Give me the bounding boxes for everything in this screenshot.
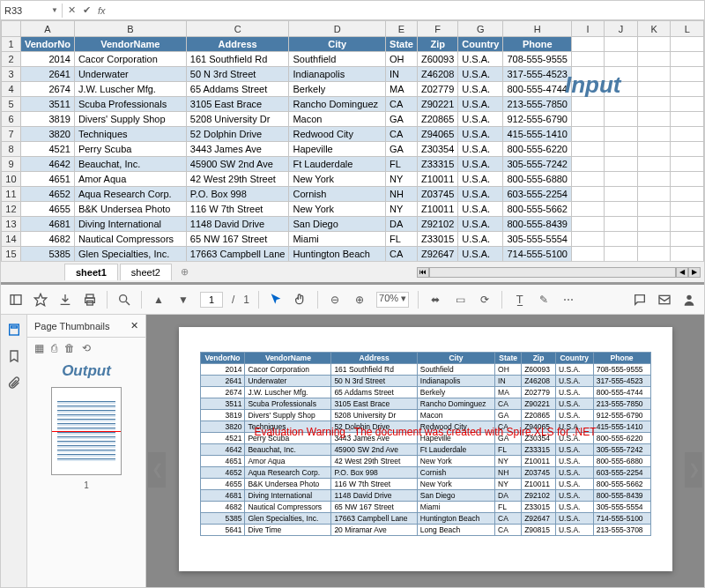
pdf-toolbar: ▲ ▼ / 1 ⊖ ⊕ 70% ▾ ⬌ ▭ ⟳ T̲ ✎ ⋯ <box>1 285 704 315</box>
thumb-delete-icon[interactable]: 🗑 <box>64 342 75 354</box>
attachment-icon[interactable] <box>6 375 22 391</box>
next-page-arrow[interactable]: ❯ <box>685 452 702 488</box>
spreadsheet-pane: R33 ▼ ✕ ✔ fx ABCDEFGHIJKL1VendorNoVendor… <box>1 1 704 285</box>
scroll-first-icon[interactable]: ⏮ <box>417 267 429 278</box>
fx-icon[interactable]: fx <box>98 5 106 16</box>
thumbnails-icon[interactable] <box>6 322 22 338</box>
tab-sheet2[interactable]: sheet2 <box>120 264 172 280</box>
tab-sheet1[interactable]: sheet1 <box>64 264 118 280</box>
rotate-icon[interactable]: ⟳ <box>477 292 493 308</box>
pdf-viewer-pane: ▲ ▼ / 1 ⊖ ⊕ 70% ▾ ⬌ ▭ ⟳ T̲ ✎ ⋯ Page Thum <box>1 285 704 588</box>
formula-bar: R33 ▼ ✕ ✔ fx <box>1 1 704 20</box>
bookmark-icon[interactable] <box>6 348 22 364</box>
scroll-left-icon[interactable]: ◀ <box>676 267 688 278</box>
thumb-print-icon[interactable]: ⎙ <box>51 342 57 354</box>
h-scrollbar[interactable]: ⏮ ◀ ▶ <box>196 267 704 278</box>
add-sheet-button[interactable]: ⊕ <box>174 264 196 280</box>
page-input[interactable] <box>200 292 223 308</box>
close-icon[interactable]: ✕ <box>130 320 138 331</box>
page-up-icon[interactable]: ▲ <box>151 292 167 308</box>
zoom-out-icon[interactable]: ⊖ <box>327 292 343 308</box>
search-icon[interactable] <box>116 292 132 308</box>
svg-point-6 <box>120 294 127 301</box>
annotate-icon[interactable]: ✎ <box>536 292 552 308</box>
name-box[interactable]: R33 ▼ <box>1 4 63 18</box>
grid-area[interactable]: ABCDEFGHIJKL1VendorNoVendorNameAddressCi… <box>1 20 704 261</box>
pdf-page: VendorNoVendorNameAddressCityStateZipCou… <box>179 327 672 571</box>
star-icon[interactable] <box>33 292 48 308</box>
page-down-icon[interactable]: ▼ <box>175 292 191 308</box>
zoom-select[interactable]: 70% ▾ <box>376 292 409 308</box>
input-label: Input <box>565 71 621 99</box>
user-icon[interactable] <box>681 292 697 308</box>
comment-icon[interactable] <box>632 292 648 308</box>
pdf-sidebar <box>1 315 27 588</box>
svg-rect-0 <box>11 294 21 304</box>
pointer-icon[interactable] <box>268 292 284 308</box>
print-icon[interactable] <box>82 292 98 308</box>
pdf-table: VendorNoVendorNameAddressCityStateZipCou… <box>200 352 651 536</box>
thumbnails-panel: Page Thumbnails ✕ ▦ ⎙ 🗑 ⟲ Output 1 <box>27 315 146 588</box>
cancel-icon[interactable]: ✕ <box>68 4 76 16</box>
sheet-tabs: sheet1 sheet2 ⊕ ⏮ ◀ ▶ <box>1 261 704 282</box>
fit-width-icon[interactable]: ⬌ <box>427 292 443 308</box>
thumb-menu-icon[interactable]: ▦ <box>34 342 44 354</box>
confirm-icon[interactable]: ✔ <box>83 4 91 16</box>
thumbnails-title: Page Thumbnails <box>34 321 109 331</box>
svg-marker-2 <box>34 294 46 305</box>
svg-line-7 <box>126 301 130 305</box>
thumb-rotate-icon[interactable]: ⟲ <box>82 342 91 354</box>
chevron-down-icon[interactable]: ▼ <box>51 6 58 14</box>
sidebar-toggle-icon[interactable] <box>8 292 24 308</box>
more-icon[interactable]: ⋯ <box>560 292 576 308</box>
prev-page-arrow[interactable]: ❮ <box>148 452 166 488</box>
cell-reference: R33 <box>4 5 22 16</box>
pdf-view[interactable]: ❮ ❯ VendorNoVendorNameAddressCityStateZi… <box>146 315 704 588</box>
svg-rect-11 <box>11 326 17 328</box>
output-label: Output <box>27 359 145 383</box>
fit-page-icon[interactable]: ▭ <box>452 292 468 308</box>
svg-point-9 <box>686 294 691 299</box>
hand-icon[interactable] <box>293 292 308 308</box>
download-icon[interactable] <box>57 292 73 308</box>
thumbnail-number: 1 <box>27 479 145 490</box>
thumbnail-page[interactable] <box>51 387 122 475</box>
svg-rect-8 <box>659 295 670 303</box>
page-total: 1 <box>243 294 249 306</box>
zoom-in-icon[interactable]: ⊕ <box>352 292 367 308</box>
spreadsheet-grid[interactable]: ABCDEFGHIJKL1VendorNoVendorNameAddressCi… <box>1 20 704 261</box>
scroll-right-icon[interactable]: ▶ <box>688 267 701 278</box>
share-icon[interactable] <box>657 292 672 308</box>
page-sep: / <box>232 294 234 306</box>
text-select-icon[interactable]: T̲ <box>511 292 527 308</box>
